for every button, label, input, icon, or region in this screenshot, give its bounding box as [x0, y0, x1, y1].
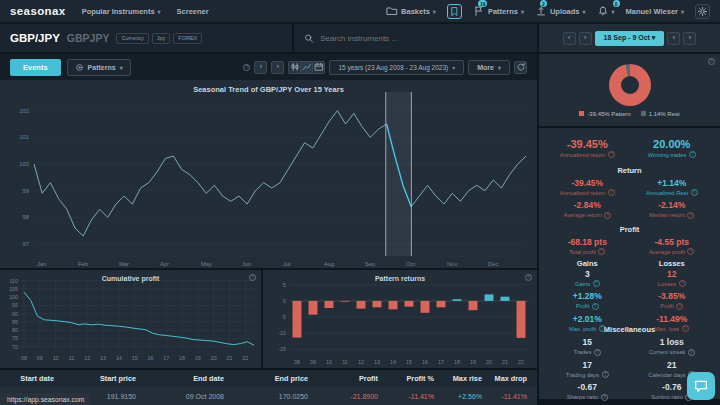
- stat-winning-trades: 20.00%Winning trades?: [630, 138, 715, 159]
- help-icon[interactable]: ?: [682, 325, 689, 332]
- help-icon[interactable]: ?: [594, 349, 601, 356]
- help-icon[interactable]: ?: [593, 280, 600, 287]
- help-icon[interactable]: ?: [243, 64, 250, 71]
- pan-left-button[interactable]: ‹: [254, 61, 267, 74]
- years-range-label: 15 years (23 Aug 2008 - 23 Aug 2023): [338, 64, 448, 71]
- refresh-icon: [516, 62, 526, 72]
- table-header-cell[interactable]: Start date: [0, 374, 64, 383]
- chat-bubble-icon: [693, 378, 709, 394]
- patterns-filter-button[interactable]: Patterns▾: [67, 59, 131, 76]
- stat-trading-days: 17Trading days?: [545, 360, 630, 379]
- seasonal-chart[interactable]: 102101100999897JanFebMarAprMayJunJulAugS…: [0, 80, 537, 268]
- instrument-ticker: GBPJPY: [67, 32, 110, 44]
- table-header-cell[interactable]: End price: [234, 374, 318, 383]
- svg-text:Jan: Jan: [37, 261, 46, 267]
- uploads-badge: 2: [540, 0, 547, 7]
- help-icon[interactable]: ?: [592, 303, 599, 310]
- uploads-menu[interactable]: 2 Uploads▾: [535, 5, 586, 17]
- help-icon[interactable]: ?: [525, 274, 532, 281]
- search-input[interactable]: [320, 34, 527, 43]
- chevron-down-icon: ▾: [433, 8, 436, 15]
- cumulative-profit-chart[interactable]: 1101051009590858075700809101112131415161…: [0, 270, 261, 368]
- years-range-dropdown[interactable]: 15 years (23 Aug 2008 - 23 Aug 2023)▾: [329, 60, 464, 75]
- tag-market[interactable]: FOREX: [173, 33, 202, 44]
- help-icon[interactable]: ?: [598, 248, 605, 255]
- patterns-menu[interactable]: 19 Patterns▾: [473, 5, 524, 17]
- svg-text:100: 100: [19, 161, 29, 167]
- settings-button[interactable]: [695, 4, 710, 19]
- help-icon[interactable]: ?: [601, 394, 608, 401]
- chevron-down-icon: ▾: [158, 8, 161, 15]
- table-header-cell[interactable]: Max drop: [492, 374, 537, 383]
- help-icon[interactable]: ?: [691, 189, 698, 196]
- refresh-button[interactable]: [514, 61, 527, 74]
- chevron-down-icon: ▾: [452, 64, 455, 71]
- help-icon[interactable]: ?: [608, 151, 615, 158]
- chevron-down-icon: ▾: [120, 64, 123, 71]
- user-menu[interactable]: Manuel Wieser▾: [626, 7, 684, 16]
- section-title: Losses: [630, 259, 715, 268]
- table-header-cell[interactable]: End date: [146, 374, 234, 383]
- svg-text:85: 85: [12, 319, 18, 325]
- svg-text:95: 95: [12, 302, 18, 308]
- notifications-menu[interactable]: 0 ▾: [597, 5, 615, 17]
- table-header-cell[interactable]: Max rise: [444, 374, 492, 383]
- help-icon[interactable]: ?: [689, 151, 696, 158]
- help-icon[interactable]: ?: [249, 274, 256, 281]
- date-prev-fast-button[interactable]: ‹: [563, 32, 576, 45]
- svg-text:100: 100: [9, 294, 18, 300]
- bookmark-button[interactable]: [447, 4, 462, 19]
- svg-text:18: 18: [454, 359, 460, 365]
- svg-text:20: 20: [211, 355, 217, 361]
- svg-text:75: 75: [12, 335, 18, 341]
- help-icon[interactable]: ?: [679, 280, 686, 287]
- table-header-cell[interactable]: Start price: [64, 374, 146, 383]
- help-icon[interactable]: ?: [687, 248, 694, 255]
- help-icon[interactable]: ?: [602, 371, 609, 378]
- nav-popular-instruments[interactable]: Popular Instruments▾: [82, 7, 161, 16]
- date-range-button[interactable]: 18 Sep - 9 Oct ▾: [595, 31, 665, 46]
- svg-text:Mar: Mar: [119, 261, 129, 267]
- baskets-label: Baskets: [401, 7, 430, 16]
- pattern-donut-chart[interactable]: [609, 64, 651, 106]
- help-icon[interactable]: ?: [604, 212, 611, 219]
- help-icon[interactable]: ?: [688, 349, 695, 356]
- svg-text:16: 16: [422, 359, 428, 365]
- help-icon[interactable]: ?: [687, 212, 694, 219]
- table-header-cell[interactable]: Profit %: [388, 374, 444, 383]
- table-cell: +2.56%: [444, 393, 492, 400]
- stat-annualized-rest: +1.14%Annualized Rest?: [630, 178, 715, 197]
- date-next-fast-button[interactable]: ›: [683, 32, 696, 45]
- section-title: Profit: [545, 225, 714, 234]
- help-icon[interactable]: ?: [708, 58, 715, 65]
- stats-section-summary: -39.45%Annualized return?20.00%Winning t…: [539, 128, 720, 168]
- help-icon[interactable]: ?: [608, 189, 615, 196]
- help-icon[interactable]: ?: [599, 325, 606, 332]
- svg-text:5: 5: [283, 282, 286, 288]
- svg-text:19: 19: [195, 355, 201, 361]
- gear-icon: [697, 6, 708, 17]
- svg-text:80: 80: [12, 327, 18, 333]
- more-dropdown[interactable]: More▾: [468, 60, 510, 75]
- date-next-button[interactable]: ‹: [667, 32, 680, 45]
- help-icon[interactable]: ?: [676, 303, 683, 310]
- events-button[interactable]: Events: [10, 59, 61, 76]
- bookmark-icon: [449, 6, 460, 17]
- pattern-returns-chart[interactable]: 50-5-10-15080910111213141516171819202122: [263, 270, 537, 368]
- tag-quote[interactable]: Jpy: [152, 33, 171, 44]
- date-prev-button[interactable]: ›: [579, 32, 592, 45]
- seasonax-logo[interactable]: seasonax: [10, 5, 66, 17]
- svg-text:105: 105: [9, 286, 18, 292]
- tag-currency[interactable]: Currency: [116, 33, 148, 44]
- top-navbar: seasonax Popular Instruments▾ Screener B…: [0, 0, 720, 22]
- uploads-label: Uploads: [550, 7, 580, 16]
- chat-button[interactable]: [687, 372, 715, 400]
- svg-text:20: 20: [486, 359, 492, 365]
- candlestick-icon: [290, 62, 300, 72]
- baskets-menu[interactable]: Baskets▾: [386, 5, 436, 17]
- calendar-view-button[interactable]: [312, 61, 325, 74]
- table-cell: -11.41%: [388, 393, 444, 400]
- pan-right-button[interactable]: ›: [271, 61, 284, 74]
- nav-screener[interactable]: Screener: [177, 7, 209, 16]
- table-header-cell[interactable]: Profit: [318, 374, 388, 383]
